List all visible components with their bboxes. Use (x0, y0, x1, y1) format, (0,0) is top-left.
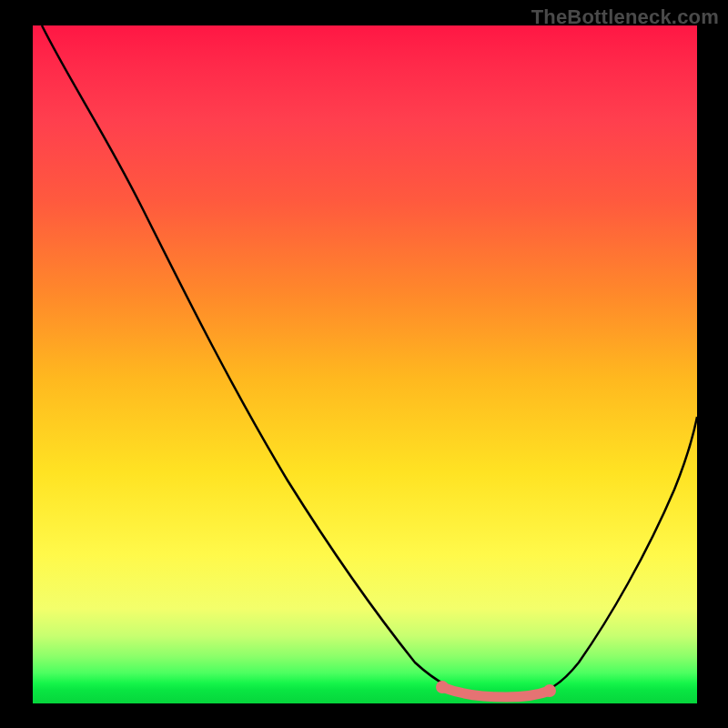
marker-end-dot (543, 684, 556, 697)
watermark-label: TheBottleneck.com (531, 5, 719, 29)
optimal-range-marker (442, 687, 550, 697)
chart-frame: TheBottleneck.com (0, 0, 728, 728)
bottleneck-curve-path (42, 25, 697, 697)
plot-area (33, 25, 697, 703)
bottleneck-curve-svg (33, 25, 697, 703)
marker-start-dot (436, 681, 449, 693)
